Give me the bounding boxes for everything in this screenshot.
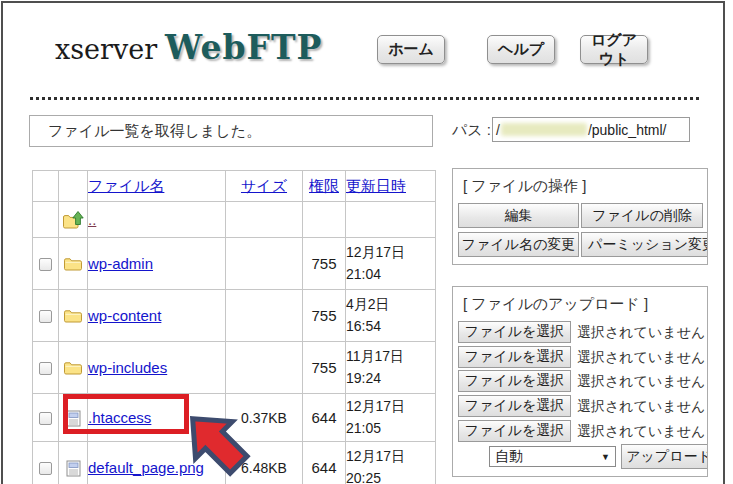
- file-link[interactable]: wp-admin: [88, 255, 153, 272]
- header-nav: ホームヘルプログアウト: [377, 35, 648, 64]
- file-icon: [66, 458, 81, 475]
- row-checkbox[interactable]: [39, 362, 52, 375]
- webftp-page: xserverWebFTP ホームヘルプログアウト ファイル一覧を取得しました。…: [0, 0, 733, 484]
- folder-up-icon: [62, 210, 84, 227]
- file-modified: 11月17日19:24: [346, 342, 436, 394]
- path-field[interactable]: //public_html/: [492, 117, 690, 142]
- file-row: wp-includes75511月17日19:24: [33, 342, 436, 394]
- upload-mode-select[interactable]: 自動 ▼: [489, 446, 616, 467]
- file-select-button[interactable]: ファイルを選択: [458, 346, 571, 368]
- file-permission: 644: [303, 394, 346, 442]
- file-select-button[interactable]: ファイルを選択: [458, 370, 571, 392]
- file-row: default_page.png6.48KB64412月17日20:25: [33, 442, 436, 484]
- row-checkbox[interactable]: [39, 310, 52, 323]
- nav-home-button[interactable]: ホーム: [377, 35, 445, 64]
- file-size: [226, 290, 303, 342]
- row-checkbox[interactable]: [39, 258, 52, 271]
- upload-panel: [ ファイルのアップロード ] ファイルを選択選択されていませんファイルを選択選…: [452, 286, 708, 477]
- file-permission: 644: [303, 442, 346, 484]
- nav-logout-button[interactable]: ログアウト: [580, 35, 648, 64]
- file-size: [226, 238, 303, 290]
- rename-file-button[interactable]: ファイル名の変更: [458, 232, 579, 257]
- file-link[interactable]: wp-content: [88, 307, 161, 324]
- status-message-box: ファイル一覧を取得しました。: [29, 115, 433, 147]
- file-operations-title: [ ファイルの操作 ]: [463, 177, 586, 196]
- column-header-check-spacer: [33, 171, 59, 202]
- file-select-status: 選択されていません: [577, 373, 705, 391]
- row-checkbox[interactable]: [39, 412, 52, 425]
- file-icon: [66, 408, 81, 425]
- delete-file-button[interactable]: ファイルの削除: [581, 203, 703, 228]
- file-modified: 12月17日20:25: [346, 442, 436, 484]
- edit-button[interactable]: 編集: [458, 203, 579, 228]
- file-select-status: 選択されていません: [577, 398, 705, 416]
- table-header-row: ファイル名サイズ権限更新日時: [33, 171, 436, 202]
- row-checkbox[interactable]: [39, 462, 52, 475]
- column-header-filename[interactable]: ファイル名: [88, 177, 164, 194]
- folder-icon: [63, 307, 83, 324]
- file-row: .htaccess0.37KB64412月17日21:05: [33, 394, 436, 442]
- file-row: wp-content7554月2日16:54: [33, 290, 436, 342]
- file-permission: 755: [303, 342, 346, 394]
- file-permission: 755: [303, 238, 346, 290]
- file-link[interactable]: wp-includes: [88, 359, 167, 376]
- file-permission: 755: [303, 290, 346, 342]
- logo-brand: xserver: [55, 34, 157, 65]
- file-select-status: 選択されていません: [577, 349, 705, 367]
- column-header-modified[interactable]: 更新日時: [346, 177, 406, 194]
- upload-title: [ ファイルのアップロード ]: [463, 295, 648, 314]
- upload-submit-button[interactable]: アップロード: [621, 444, 708, 469]
- upload-mode-value: 自動: [495, 448, 523, 466]
- column-header-size[interactable]: サイズ: [241, 177, 287, 194]
- app-logo: xserverWebFTP: [55, 28, 322, 67]
- file-modified: [346, 202, 436, 238]
- file-row: wp-admin75512月17日21:04: [33, 238, 436, 290]
- file-modified: 12月17日21:05: [346, 394, 436, 442]
- file-size: [226, 202, 303, 238]
- file-operations-panel: [ ファイルの操作 ] 編集ファイルの削除ファイル名の変更パーミッション変更: [452, 168, 708, 265]
- file-modified: 4月2日16:54: [346, 290, 436, 342]
- column-header-permission[interactable]: 権限: [309, 177, 339, 194]
- path-prefix: /: [496, 122, 500, 138]
- logo-product: WebFTP: [165, 28, 322, 67]
- file-select-button[interactable]: ファイルを選択: [458, 420, 571, 442]
- folder-icon: [63, 359, 83, 376]
- file-permission: [303, 202, 346, 238]
- file-select-status: 選択されていません: [577, 423, 705, 441]
- path-label: パス :: [452, 121, 491, 140]
- file-size: 0.37KB: [226, 394, 303, 442]
- status-message: ファイル一覧を取得しました。: [48, 122, 261, 141]
- folder-icon: [63, 255, 83, 272]
- file-table: ファイル名サイズ権限更新日時 ..wp-admin75512月17日21:04w…: [32, 170, 436, 484]
- file-select-button[interactable]: ファイルを選択: [458, 395, 571, 417]
- redacted-path-segment: [501, 123, 587, 136]
- dropdown-caret-icon: ▼: [601, 452, 610, 462]
- file-link[interactable]: .htaccess: [88, 409, 151, 426]
- nav-help-button[interactable]: ヘルプ: [487, 35, 555, 64]
- file-size: [226, 342, 303, 394]
- path-suffix: /public_html/: [588, 122, 667, 138]
- file-select-button[interactable]: ファイルを選択: [458, 321, 571, 343]
- file-row: ..: [33, 202, 436, 238]
- file-select-status: 選択されていません: [577, 324, 705, 342]
- column-header-icon-spacer: [59, 171, 88, 202]
- dotted-divider: [30, 97, 702, 100]
- change-permission-button[interactable]: パーミッション変更: [581, 232, 708, 257]
- file-link[interactable]: ..: [88, 211, 96, 228]
- file-link[interactable]: default_page.png: [88, 459, 204, 476]
- file-modified: 12月17日21:04: [346, 238, 436, 290]
- file-size: 6.48KB: [226, 442, 303, 484]
